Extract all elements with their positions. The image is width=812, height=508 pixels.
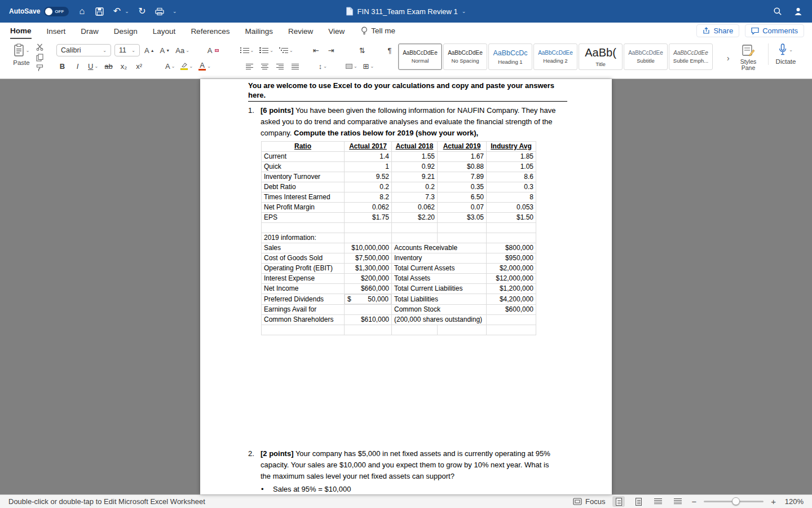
worksheet-cell[interactable]: $1,300,000 bbox=[345, 264, 392, 274]
worksheet-cell[interactable]: 1.05 bbox=[487, 162, 536, 172]
worksheet-cell[interactable]: $12,000,000 bbox=[487, 274, 536, 284]
worksheet-cell[interactable]: 2019 information: bbox=[262, 233, 345, 243]
worksheet-cell[interactable]: (200,000 shares outstanding) bbox=[392, 315, 487, 325]
worksheet-cell[interactable]: Times Interest Earned bbox=[262, 192, 345, 203]
worksheet-cell[interactable]: Debt Ratio bbox=[262, 182, 345, 192]
home-icon[interactable]: ⌂ bbox=[77, 7, 86, 16]
justify-button[interactable] bbox=[289, 60, 301, 72]
worksheet-cell[interactable]: $610,000 bbox=[345, 315, 392, 325]
worksheet-header-cell[interactable]: Actual 2019 bbox=[438, 142, 487, 152]
worksheet-cell[interactable]: 0.053 bbox=[487, 203, 536, 213]
worksheet-cell[interactable]: Sales bbox=[262, 243, 345, 253]
share-button[interactable]: Share bbox=[696, 24, 739, 37]
dictate-button[interactable]: ⌄ Dictate bbox=[768, 43, 798, 65]
tab-mailings[interactable]: Mailings bbox=[245, 23, 273, 39]
bullets-button[interactable]: ⌄ bbox=[239, 45, 255, 56]
style-subtle-emph-[interactable]: AaBbCcDdEeSubtle Emph... bbox=[669, 43, 713, 70]
worksheet-cell[interactable]: $10,000,000 bbox=[345, 243, 392, 253]
align-left-button[interactable] bbox=[244, 60, 255, 72]
tab-references[interactable]: References bbox=[191, 23, 230, 39]
worksheet-cell[interactable]: Total Assets bbox=[392, 274, 487, 284]
worksheet-cell[interactable] bbox=[487, 325, 536, 335]
style-normal[interactable]: AaBbCcDdEeNormal bbox=[398, 43, 442, 70]
grow-font-button[interactable]: A▲ bbox=[143, 45, 156, 56]
worksheet-cell[interactable]: Total Current Liabilities bbox=[392, 284, 487, 294]
font-size-select[interactable]: 11 ⌄ bbox=[114, 44, 140, 56]
worksheet-cell[interactable] bbox=[345, 305, 392, 315]
worksheet-cell[interactable]: $4,200,000 bbox=[487, 294, 536, 305]
tab-design[interactable]: Design bbox=[114, 23, 138, 39]
increase-indent-button[interactable]: ⇥ bbox=[325, 45, 337, 56]
autosave-toggle[interactable]: OFF bbox=[44, 7, 69, 16]
worksheet-cell[interactable]: Inventory Turnover bbox=[262, 172, 345, 182]
worksheet-cell[interactable] bbox=[487, 315, 536, 325]
web-layout-view-button[interactable] bbox=[632, 496, 645, 507]
style-heading-2[interactable]: AaBbCcDdEeHeading 2 bbox=[533, 43, 577, 70]
sort-button[interactable]: ⇅ bbox=[356, 45, 368, 56]
worksheet-cell[interactable]: $1.50 bbox=[487, 213, 536, 223]
worksheet-cell[interactable] bbox=[392, 223, 438, 233]
worksheet-cell[interactable] bbox=[345, 233, 392, 243]
worksheet-cell[interactable]: 0.35 bbox=[438, 182, 487, 192]
worksheet-cell[interactable]: 0.2 bbox=[345, 182, 392, 192]
worksheet-cell[interactable] bbox=[438, 233, 487, 243]
worksheet-cell[interactable]: Accounts Receivable bbox=[392, 243, 487, 253]
undo-dropdown-icon[interactable]: ⌄ bbox=[125, 8, 129, 14]
account-icon[interactable] bbox=[793, 7, 803, 16]
shading-button[interactable]: ⌄ bbox=[345, 60, 359, 72]
text-highlight-button[interactable]: ⌄ bbox=[179, 60, 194, 72]
worksheet-cell[interactable]: 9.21 bbox=[392, 172, 438, 182]
worksheet-header-cell[interactable]: Ratio bbox=[262, 142, 345, 152]
focus-button[interactable]: Focus bbox=[573, 497, 605, 506]
worksheet-cell[interactable]: Current bbox=[262, 152, 345, 162]
format-painter-icon[interactable] bbox=[36, 64, 43, 72]
decrease-indent-button[interactable]: ⇤ bbox=[310, 45, 322, 56]
align-right-button[interactable] bbox=[274, 60, 286, 72]
clear-formatting-button[interactable]: A bbox=[206, 45, 220, 56]
paste-dropdown-icon[interactable]: ⌄ bbox=[26, 48, 30, 53]
worksheet-cell[interactable]: 1.67 bbox=[438, 152, 487, 162]
zoom-in-button[interactable]: + bbox=[771, 497, 776, 506]
redo-icon[interactable]: ↻ bbox=[138, 7, 147, 16]
worksheet-cell[interactable]: $1,200,000 bbox=[487, 284, 536, 294]
worksheet-header-cell[interactable]: Industry Avg bbox=[487, 142, 536, 152]
zoom-slider-thumb[interactable] bbox=[732, 497, 740, 505]
worksheet-cell[interactable]: 1.4 bbox=[345, 152, 392, 162]
show-paragraph-marks-button[interactable]: ¶ bbox=[384, 45, 396, 56]
styles-pane-button[interactable]: Styles Pane bbox=[735, 43, 762, 71]
worksheet-header-cell[interactable]: Actual 2018 bbox=[392, 142, 438, 152]
worksheet-cell[interactable]: 7.89 bbox=[438, 172, 487, 182]
worksheet-cell[interactable]: $600,000 bbox=[487, 305, 536, 315]
strikethrough-button[interactable]: ab bbox=[103, 60, 114, 72]
worksheet-cell[interactable]: 8.2 bbox=[345, 192, 392, 203]
cut-icon[interactable] bbox=[36, 43, 43, 51]
worksheet-cell[interactable]: 9.52 bbox=[345, 172, 392, 182]
subscript-button[interactable]: x₂ bbox=[118, 60, 130, 72]
worksheet-cell[interactable]: Quick bbox=[262, 162, 345, 172]
print-layout-view-button[interactable] bbox=[612, 496, 625, 507]
worksheet-cell[interactable]: $7,500,000 bbox=[345, 253, 392, 264]
copy-icon[interactable] bbox=[36, 54, 43, 62]
worksheet-cell[interactable]: $800,000 bbox=[487, 243, 536, 253]
style-subtitle[interactable]: AaBbCcDdEeSubtitle bbox=[624, 43, 668, 70]
worksheet-cell[interactable]: 0.2 bbox=[392, 182, 438, 192]
worksheet-cell[interactable] bbox=[487, 233, 536, 243]
borders-button[interactable]: ⊞⌄ bbox=[362, 60, 376, 72]
worksheet-cell[interactable]: Net Income bbox=[262, 284, 345, 294]
worksheet-cell[interactable]: Inventory bbox=[392, 253, 487, 264]
excel-worksheet-object[interactable]: RatioActual 2017Actual 2018Actual 2019In… bbox=[261, 141, 612, 335]
style-title[interactable]: AaBb(Title bbox=[579, 43, 623, 70]
style-no-spacing[interactable]: AaBbCcDdEeNo Spacing bbox=[443, 43, 487, 70]
worksheet-cell[interactable]: 1.55 bbox=[392, 152, 438, 162]
font-color-button[interactable]: A ⌄ bbox=[197, 60, 212, 72]
worksheet-cell[interactable] bbox=[345, 325, 392, 335]
save-icon[interactable] bbox=[95, 7, 104, 16]
worksheet-cell[interactable]: $2.20 bbox=[392, 213, 438, 223]
worksheet-cell[interactable]: 0.92 bbox=[392, 162, 438, 172]
styles-gallery-expand-button[interactable]: › bbox=[727, 54, 730, 63]
comments-button[interactable]: Comments bbox=[745, 24, 804, 37]
tab-review[interactable]: Review bbox=[288, 23, 313, 39]
worksheet-cell[interactable]: Net Profit Margin bbox=[262, 203, 345, 213]
zoom-out-button[interactable]: − bbox=[691, 497, 696, 506]
worksheet-cell[interactable]: $950,000 bbox=[487, 253, 536, 264]
